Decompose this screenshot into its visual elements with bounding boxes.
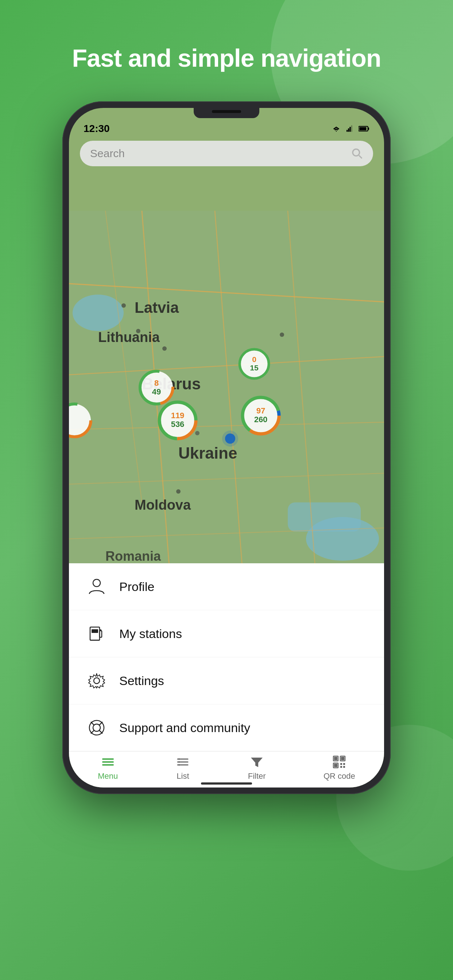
battery-icon (359, 125, 370, 132)
nav-label-qrcode: QR code (324, 772, 355, 781)
wifi-icon (331, 125, 342, 132)
menu-item-settings[interactable]: Settings (69, 657, 384, 705)
svg-point-20 (136, 329, 140, 333)
svg-text:119: 119 (171, 411, 185, 420)
menu-label-profile: Profile (119, 580, 154, 594)
svg-point-66 (100, 629, 101, 631)
home-indicator (201, 783, 252, 784)
svg-rect-89 (341, 757, 344, 760)
svg-text:Moldova: Moldova (135, 497, 191, 512)
svg-point-52 (336, 130, 337, 132)
svg-point-83 (179, 761, 180, 763)
svg-line-61 (359, 155, 362, 158)
svg-point-62 (93, 579, 100, 587)
svg-text:Romania: Romania (105, 549, 161, 564)
qrcode-nav-icon (332, 755, 346, 769)
svg-text:15: 15 (250, 363, 258, 372)
menu-label-settings: Settings (119, 674, 164, 688)
list-nav-icon (175, 755, 190, 769)
svg-rect-54 (348, 128, 349, 132)
svg-line-73 (91, 730, 94, 733)
svg-text:97: 97 (257, 406, 265, 415)
svg-text:536: 536 (171, 420, 185, 429)
menu-item-support[interactable]: Support and community (69, 705, 384, 751)
svg-line-71 (91, 722, 94, 725)
svg-point-82 (179, 758, 180, 760)
svg-point-26 (222, 431, 238, 447)
svg-point-24 (176, 489, 180, 494)
nav-item-menu[interactable]: Menu (98, 755, 118, 781)
svg-point-60 (353, 149, 360, 156)
svg-text:Lithuania: Lithuania (98, 329, 160, 345)
svg-text:8: 8 (154, 379, 159, 388)
svg-rect-63 (90, 627, 100, 640)
svg-rect-58 (368, 127, 369, 130)
menu-label-my-stations: My stations (119, 627, 182, 641)
nav-item-qrcode[interactable]: QR code (324, 755, 355, 781)
nav-label-filter: Filter (248, 772, 266, 781)
page-title: Fast and simple navigation (72, 44, 381, 72)
svg-rect-91 (334, 764, 337, 767)
svg-rect-3 (288, 503, 361, 531)
svg-point-23 (195, 431, 199, 435)
svg-rect-93 (343, 763, 345, 765)
svg-rect-64 (91, 629, 98, 633)
status-icons (331, 125, 370, 132)
svg-rect-94 (340, 766, 342, 768)
menu-label-support: Support and community (119, 721, 250, 735)
bottom-sheet: Profile My stations (69, 563, 384, 751)
phone-mockup: Latvia Lithuania Belarus Ukraine Moldova… (62, 101, 391, 794)
bottom-nav: Menu List (69, 751, 384, 788)
svg-line-72 (99, 722, 102, 725)
svg-text:Ukraine: Ukraine (179, 444, 237, 462)
svg-rect-53 (346, 130, 348, 132)
svg-text:Latvia: Latvia (135, 299, 179, 316)
svg-point-19 (121, 303, 126, 308)
search-icon (351, 148, 363, 159)
svg-text:0: 0 (252, 355, 257, 363)
svg-point-68 (94, 678, 100, 684)
nav-item-list[interactable]: List (175, 755, 190, 781)
svg-rect-65 (100, 631, 102, 637)
status-bar: 12:30 (69, 119, 384, 138)
svg-rect-56 (351, 126, 353, 132)
signal-icon (345, 125, 356, 132)
svg-point-1 (73, 294, 124, 331)
svg-line-74 (99, 730, 102, 733)
svg-rect-59 (359, 127, 366, 130)
phone-speaker (212, 110, 241, 113)
menu-item-profile[interactable]: Profile (69, 563, 384, 610)
svg-marker-85 (251, 757, 263, 767)
svg-text:49: 49 (152, 387, 161, 396)
svg-point-22 (280, 332, 284, 337)
nav-label-list: List (177, 772, 189, 781)
phone-notch (194, 108, 259, 118)
menu-item-my-stations[interactable]: My stations (69, 610, 384, 657)
filter-nav-icon (249, 755, 264, 769)
person-icon (87, 577, 106, 596)
svg-point-84 (179, 764, 180, 765)
svg-rect-55 (349, 127, 351, 132)
svg-rect-87 (334, 757, 337, 760)
search-bar[interactable]: Search (80, 141, 373, 166)
svg-point-21 (162, 346, 167, 351)
gear-icon (87, 671, 106, 690)
status-time: 12:30 (83, 123, 110, 135)
nav-label-menu: Menu (98, 772, 118, 781)
support-icon (87, 718, 106, 737)
svg-rect-92 (340, 763, 342, 765)
svg-text:260: 260 (254, 415, 268, 424)
search-placeholder: Search (90, 147, 345, 160)
menu-nav-icon (100, 755, 115, 769)
nav-item-filter[interactable]: Filter (248, 755, 266, 781)
svg-rect-95 (343, 766, 345, 768)
fuel-icon (87, 624, 106, 643)
